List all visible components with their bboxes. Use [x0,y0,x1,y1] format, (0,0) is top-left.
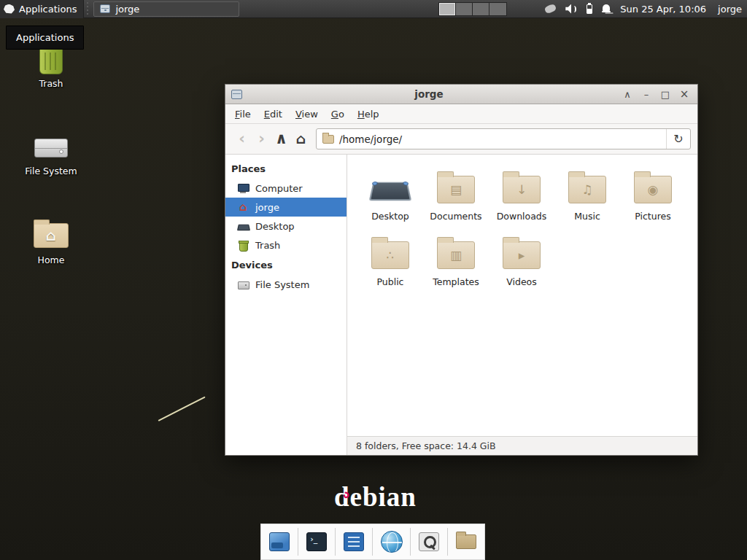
desktop-shortcut-label: Trash [20,78,82,89]
trash-icon [39,47,63,74]
toolbar: ‹ › ∧ ⌂ /home/jorge/ ↻ [225,124,697,155]
file-templates[interactable]: ▥ Templates [423,233,489,287]
desktop-icon [237,221,249,232]
sidebar-item-label: Trash [255,240,280,251]
file-music[interactable]: ♫ Music [554,167,620,222]
workspace-4[interactable] [489,3,506,15]
status-bar: 8 folders, Free space: 14.4 GiB [347,436,697,455]
menu-go[interactable]: Go [325,106,351,122]
taskbar-window-button[interactable]: jorge [93,1,239,17]
panel-user-label[interactable]: jorge [718,4,742,15]
terminal-icon [306,532,327,551]
videos-emblem-icon: ▸ [519,249,525,262]
file-pictures[interactable]: ◉ Pictures [620,167,686,222]
places-sidebar: Places Computer ⌂ jorge Desktop Trash De… [225,155,347,455]
app-finder-launcher[interactable] [416,528,442,556]
panel-handle[interactable] [85,2,90,16]
music-emblem-icon: ♫ [581,184,592,196]
desktop-artifact-line [158,396,206,421]
back-button[interactable]: ‹ [232,131,252,147]
close-button[interactable]: × [677,88,692,101]
workspace-2[interactable] [456,3,473,15]
file-label: Desktop [371,211,409,222]
forward-button[interactable]: › [252,131,271,147]
sidebar-item-jorge[interactable]: ⌂ jorge [225,198,347,217]
sidebar-item-desktop[interactable]: Desktop [225,217,347,236]
videos-folder-icon: ▸ [503,241,541,269]
drive-icon [34,139,68,158]
file-manager-icon [456,534,476,549]
file-label: Downloads [497,211,547,222]
file-label: Templates [433,276,479,287]
sidebar-item-computer[interactable]: Computer [225,179,347,198]
sidebar-item-filesystem[interactable]: File System [225,275,347,294]
sidebar-item-trash[interactable]: Trash [225,236,347,254]
pictures-emblem-icon: ◉ [648,184,659,196]
sidebar-item-label: Desktop [255,221,295,232]
templates-folder-icon: ▥ [437,241,475,269]
documents-emblem-icon: ▤ [450,184,462,196]
documents-folder-icon: ▤ [437,176,475,203]
sidebar-item-label: jorge [255,202,279,213]
menu-file[interactable]: File [228,106,258,122]
dock-separator [335,528,336,556]
file-label: Music [574,211,600,222]
display-launcher[interactable] [266,528,293,556]
file-label: Public [377,276,404,287]
menu-view[interactable]: View [289,106,325,122]
web-browser-launcher[interactable] [379,528,405,556]
shade-button[interactable]: ∧ [620,89,635,100]
menu-edit[interactable]: Edit [258,106,289,122]
file-documents[interactable]: ▤ Documents [423,167,489,222]
maximize-button[interactable]: □ [658,89,673,100]
desktop-shortcut-label: Home [20,254,82,265]
file-label: Videos [506,276,537,287]
workspace-1[interactable] [439,3,456,15]
sidebar-item-label: Computer [255,183,303,194]
applications-menu-button[interactable]: Applications [0,0,84,18]
file-label: Documents [430,211,481,222]
desktop-shortcut-filesystem[interactable]: File System [20,128,82,176]
home-button[interactable]: ⌂ [291,131,311,147]
pictures-folder-icon: ◉ [634,176,672,203]
reload-button[interactable]: ↻ [666,129,690,149]
file-desktop[interactable]: Desktop [357,167,423,222]
drive-icon [237,279,249,290]
files-area: Desktop ▤ Documents ↓ Downloads ♫ Music … [347,155,697,455]
workspace-3[interactable] [473,3,489,15]
files-grid[interactable]: Desktop ▤ Documents ↓ Downloads ♫ Music … [347,155,697,436]
home-folder-icon: ⌂ [34,223,69,248]
touchpad-icon[interactable] [544,4,557,15]
up-button[interactable]: ∧ [271,131,291,147]
file-videos[interactable]: ▸ Videos [489,233,554,287]
downloads-folder-icon: ↓ [503,176,541,203]
computer-icon [237,183,249,194]
file-public[interactable]: ∴ Public [357,233,423,287]
terminal-alt-launcher[interactable] [341,528,367,556]
notifications-bell-icon[interactable] [602,4,611,14]
home-icon: ⌂ [237,202,249,213]
file-downloads[interactable]: ↓ Downloads [489,167,554,222]
sidebar-header-places: Places [225,158,347,179]
path-bar[interactable]: /home/jorge/ ↻ [316,128,691,149]
web-browser-icon [381,531,403,553]
minimize-button[interactable]: – [639,89,654,100]
battery-icon[interactable] [587,4,592,14]
panel-clock[interactable]: Sun 25 Apr, 10:06 [620,4,706,15]
window-titlebar[interactable]: jorge ∧ – □ × [225,85,697,104]
dock-separator [372,528,373,556]
xfce-mouse-icon [4,4,15,14]
desktop-shortcut-home[interactable]: ⌂ Home [20,216,82,265]
path-text[interactable]: /home/jorge/ [339,133,661,145]
desktop-folder-icon [369,182,411,201]
menu-help[interactable]: Help [351,106,386,122]
top-panel: Applications jorge Sun 25 Apr, 10:06 jor… [0,0,747,18]
volume-icon[interactable] [565,4,577,14]
file-manager-launcher[interactable] [453,528,479,556]
applications-tooltip: Applications [6,26,84,50]
taskbar-window-label: jorge [115,4,139,15]
terminal-launcher[interactable] [303,528,330,556]
workspace-pager [438,2,507,16]
window-icon [231,90,242,99]
file-manager-icon [100,4,110,13]
